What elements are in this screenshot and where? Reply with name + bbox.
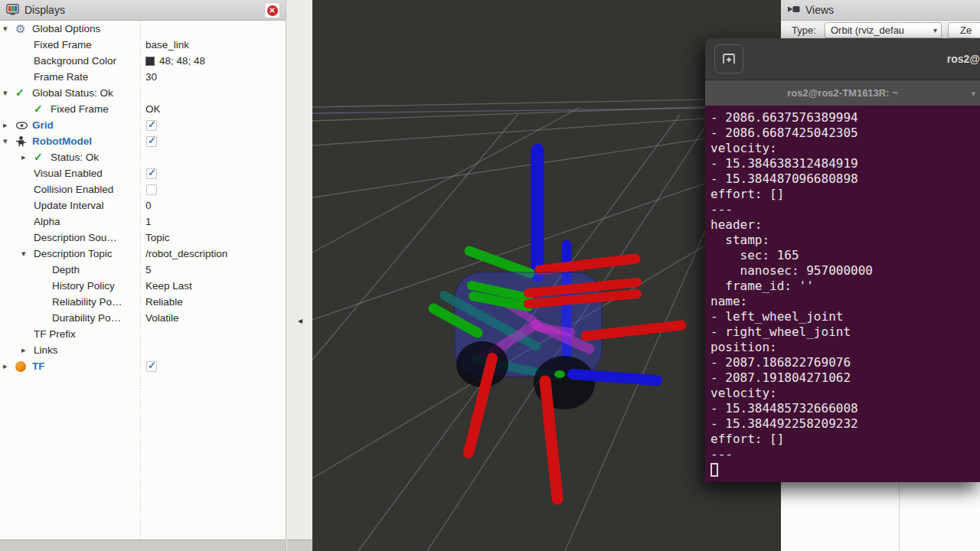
terminal-line: velocity: — [710, 141, 980, 156]
close-icon: ✕ — [267, 5, 278, 16]
view-type-dropdown[interactable]: Orbit (rviz_defau ▾ — [825, 22, 942, 38]
checkbox-checked[interactable]: ✓ — [146, 120, 157, 131]
terminal-line: --- — [710, 447, 980, 462]
expand-right-icon[interactable]: ▸ — [3, 359, 14, 373]
row-value[interactable]: Reliable — [145, 295, 183, 309]
views-panel-title: Views — [805, 4, 834, 16]
tree-row-durability-po[interactable]: Durability Po…Volatile — [0, 310, 286, 326]
row-label: Durability Po… — [52, 311, 121, 325]
terminal-line: sec: 165 — [710, 248, 980, 263]
tree-row-fixed-frame[interactable]: Fixed Framebase_link — [0, 37, 286, 53]
expand-right-icon[interactable]: ▸ — [3, 118, 14, 132]
row-label: Depth — [52, 263, 80, 277]
row-label: Description Topic — [34, 247, 113, 261]
tree-row-reliability-po[interactable]: Reliability Po…Reliable — [0, 294, 286, 310]
collapse-left-icon[interactable]: ◂ — [295, 312, 305, 329]
chevron-down-icon: ▾ — [933, 23, 937, 37]
row-label: Alpha — [34, 215, 60, 229]
row-value[interactable]: Keep Last — [145, 279, 192, 293]
check-icon: ✓ — [148, 119, 156, 130]
terminal-output[interactable]: - 2086.6637576389994- 2086.6687425042305… — [705, 106, 980, 482]
check-icon: ✓ — [34, 101, 49, 117]
tree-row-frame-rate[interactable]: Frame Rate30 — [0, 69, 286, 85]
tree-row-grid[interactable]: ▸Grid✓ — [0, 117, 286, 133]
expand-down-icon[interactable]: ▾ — [21, 246, 32, 261]
row-label: Background Color — [34, 54, 116, 68]
displays-panel: Displays ✕ ▾⚙Global OptionsFixed Frameba… — [0, 0, 286, 551]
expand-right-icon[interactable]: ▸ — [21, 150, 32, 165]
views-panel-titlebar[interactable]: Views — [781, 0, 980, 21]
row-value[interactable]: Volatile — [145, 311, 179, 325]
row-label: TF — [32, 360, 45, 373]
row-value[interactable]: Topic — [145, 231, 170, 245]
terminal-line: effort: [] — [710, 432, 980, 447]
tree-row-depth[interactable]: Depth5 — [0, 262, 286, 278]
checkbox-checked[interactable]: ✓ — [146, 168, 157, 179]
row-label: Frame Rate — [34, 70, 88, 84]
row-value[interactable]: /robot_description — [145, 247, 227, 261]
tree-row-tf[interactable]: ▸TF✓ — [0, 358, 286, 374]
checkbox-checked[interactable]: ✓ — [146, 361, 157, 372]
terminal-tab[interactable]: ros2@ros2-TM1613R: ~ — [787, 87, 898, 99]
new-tab-icon — [721, 52, 737, 66]
tree-row-status-ok[interactable]: ▸✓Status: Ok — [0, 149, 286, 165]
row-value[interactable]: 0 — [145, 199, 152, 213]
color-swatch[interactable] — [145, 57, 155, 66]
row-label: Links — [34, 344, 58, 357]
tree-row-description-sou[interactable]: Description Sou…Topic — [0, 230, 286, 246]
tree-row-global-options[interactable]: ▾⚙Global Options — [0, 21, 286, 37]
row-value[interactable]: base_link — [145, 38, 189, 52]
terminal-headerbar[interactable]: ros2@ — [705, 38, 980, 80]
tab-list-chevron-icon[interactable]: ▾ — [971, 80, 975, 106]
expand-right-icon[interactable]: ▸ — [21, 343, 32, 357]
tree-row-global-status-ok[interactable]: ▾✓Global Status: Ok — [0, 85, 286, 101]
displays-panel-titlebar[interactable]: Displays ✕ — [0, 0, 286, 21]
checkbox-checked[interactable]: ✓ — [146, 136, 157, 147]
panel-splitter[interactable]: ◂ — [287, 0, 312, 551]
terminal-line: - 2086.6687425042305 — [710, 126, 980, 141]
tree-row-background-color[interactable]: Background Color48; 48; 48 — [0, 53, 286, 69]
row-value[interactable]: 30 — [145, 70, 157, 84]
displays-property-tree[interactable]: ▾⚙Global OptionsFixed Framebase_linkBack… — [0, 21, 286, 540]
new-tab-button[interactable] — [714, 44, 743, 73]
terminal-tabbar: ros2@ros2-TM1613R: ~ ▾ — [705, 80, 980, 106]
robot-model — [433, 150, 681, 499]
terminal-line: frame_id: '' — [710, 279, 980, 294]
tree-row-update-interval[interactable]: Update Interval0 — [0, 197, 286, 214]
row-value[interactable]: 1 — [145, 215, 152, 229]
tree-row-alpha[interactable]: Alpha1 — [0, 214, 286, 230]
expand-down-icon[interactable]: ▾ — [3, 21, 14, 36]
tree-row-visual-enabled[interactable]: Visual Enabled✓ — [0, 165, 286, 181]
tree-row-links[interactable]: ▸Links — [0, 342, 286, 358]
terminal-line: - 2086.6637576389994 — [710, 110, 980, 126]
rviz-window: Displays ✕ ▾⚙Global OptionsFixed Frameba… — [0, 0, 980, 551]
views-camera-icon — [787, 4, 801, 16]
terminal-line: - 2087.191804271062 — [710, 370, 980, 386]
expand-down-icon[interactable]: ▾ — [3, 134, 14, 148]
row-label: Reliability Po… — [52, 295, 122, 309]
zero-button[interactable]: Ze — [948, 22, 980, 38]
tree-row-collision-enabled[interactable]: Collision Enabled — [0, 181, 286, 197]
row-value[interactable]: OK — [145, 103, 161, 116]
expand-down-icon[interactable]: ▾ — [3, 86, 14, 100]
checkbox-unchecked[interactable] — [146, 184, 157, 195]
terminal-line: - 15.384638312484919 — [710, 156, 980, 171]
check-icon: ✓ — [15, 85, 31, 101]
eye-icon — [15, 117, 31, 133]
tree-row-history-policy[interactable]: History PolicyKeep Last — [0, 278, 286, 294]
displays-close-button[interactable]: ✕ — [264, 2, 280, 18]
row-label: RobotModel — [32, 135, 92, 148]
tree-row-robotmodel[interactable]: ▾RobotModel✓ — [0, 133, 286, 149]
terminal-line: nanosec: 957000000 — [710, 263, 980, 279]
row-label: History Policy — [52, 279, 115, 293]
view-type-row: Type: Orbit (rviz_defau ▾ Ze — [781, 21, 980, 40]
terminal-line: position: — [710, 340, 980, 355]
tree-row-description-topic[interactable]: ▾Description Topic/robot_description — [0, 246, 286, 262]
terminal-line: - 15.384487096680898 — [710, 171, 980, 187]
tree-row-fixed-frame[interactable]: ✓Fixed FrameOK — [0, 101, 286, 117]
row-label: Update Interval — [34, 199, 104, 213]
terminal-window-title: ros2@ — [947, 38, 980, 80]
tf-icon — [15, 358, 31, 374]
row-value[interactable]: 5 — [145, 263, 152, 277]
tree-row-tf-prefix[interactable]: TF Prefix — [0, 326, 286, 342]
